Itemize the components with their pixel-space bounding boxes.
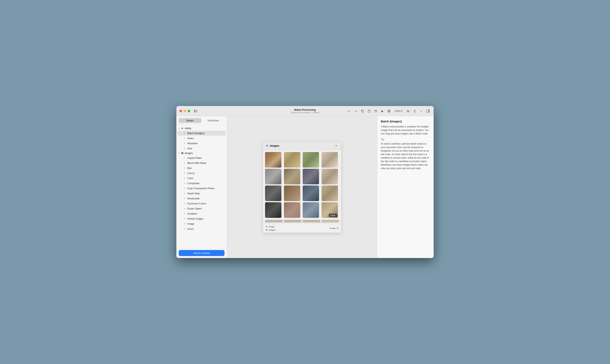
window-subtitle: Odyssey Document — Edited xyxy=(291,111,319,114)
toolbar-actions: ↩ ↪ ▶ 100% ▾ » xyxy=(347,108,430,114)
sidebar-item-aspect-ratio[interactable]: ✦ Aspect Ratio xyxy=(178,156,226,160)
tab-workflows[interactable]: Workflows xyxy=(202,118,225,123)
fullscreen-button[interactable] xyxy=(188,110,190,112)
svg-rect-0 xyxy=(194,110,195,112)
sidebar-content: ▾ ⚙ Utility ✦ Batch (Images) ✦ Notes ✦ R… xyxy=(176,125,227,248)
image-cell-6[interactable] xyxy=(284,169,300,184)
sidebar-item-label: Holistic Edges xyxy=(187,217,203,220)
node-icon: ✦ xyxy=(183,182,186,185)
node-icon: ✦ xyxy=(183,192,186,195)
node-icon: ✦ xyxy=(183,177,186,180)
image-cell-2[interactable] xyxy=(284,152,300,168)
image-cell-1[interactable] xyxy=(265,152,281,168)
image-cell-11[interactable] xyxy=(303,185,319,201)
sidebar-item-repeater[interactable]: ✦ Repeater xyxy=(178,141,226,146)
main-layout: Nodes Workflows ▾ ⚙ Utility ✦ Batch (Ima… xyxy=(176,116,434,258)
zoom-value: 100% xyxy=(395,110,401,112)
zoom-control[interactable]: 100% ▾ xyxy=(393,109,404,113)
svg-rect-3 xyxy=(196,112,198,112)
inspector-toggle-button[interactable] xyxy=(426,108,430,114)
sidebar-item-depth-map[interactable]: ✦ Depth Map xyxy=(178,191,226,196)
image-cell-15[interactable] xyxy=(303,202,319,218)
node-icon: ✦ xyxy=(183,132,186,135)
partial-cell-2 xyxy=(284,220,302,222)
sidebar-item-erase-object[interactable]: ✦ Erase Object xyxy=(178,206,226,211)
sidebar-item-dominant-colors[interactable]: ✦ Dominant Colors xyxy=(178,201,226,206)
frame-button[interactable] xyxy=(387,108,391,114)
image-cell-9[interactable] xyxy=(265,185,281,201)
port-dot-images xyxy=(266,229,267,231)
sidebar-item-label: Crop Transparent Pixels xyxy=(187,187,214,190)
sidebar-item-crop-transparent[interactable]: ✦ Crop Transparent Pixels xyxy=(178,186,226,191)
node-menu-button[interactable]: ▾ xyxy=(334,143,338,148)
partial-cell-4 xyxy=(322,220,339,222)
sidebar-item-label: Desaturate xyxy=(187,197,200,200)
image-grid: Clear xyxy=(263,150,341,220)
node-type-icon: ⚙ xyxy=(266,144,268,147)
image-cell-14[interactable] xyxy=(284,202,300,218)
image-cell-8[interactable] xyxy=(322,169,338,184)
section-utility[interactable]: ▾ ⚙ Utility xyxy=(176,126,227,130)
sidebar-item-batch-images[interactable]: ✦ Batch (Images) xyxy=(178,131,226,136)
sidebar-item-invert[interactable]: ✦ Invert xyxy=(178,226,226,231)
output-ports: Image Images xyxy=(266,225,276,231)
minimize-button[interactable] xyxy=(183,110,186,112)
play-button[interactable]: ▶ xyxy=(380,108,385,114)
sidebar-item-size[interactable]: ✦ Size xyxy=(178,146,226,151)
sidebar-item-gradient[interactable]: ✦ Gradient xyxy=(178,211,226,216)
copy-button[interactable] xyxy=(360,108,365,114)
export-button[interactable] xyxy=(412,108,417,114)
port-images: Images xyxy=(266,229,276,231)
inspector-description: A Batch node provides a container for mu… xyxy=(381,125,430,135)
partial-cell-3 xyxy=(303,220,320,222)
node-title-area: ⚙ Images xyxy=(266,144,279,147)
add-to-canvas-button[interactable]: Add to Canvas xyxy=(179,250,224,256)
sidebar-item-notes[interactable]: ✦ Notes xyxy=(178,136,226,141)
node-icon: ✦ xyxy=(183,187,186,190)
more-button[interactable]: » xyxy=(419,108,424,114)
image-cell-7[interactable] xyxy=(303,169,319,184)
sidebar-item-holistic-edges[interactable]: ✦ Holistic Edges xyxy=(178,216,226,221)
sidebar-item-color[interactable]: ✦ Color xyxy=(178,176,226,181)
port-dot-image xyxy=(266,226,267,227)
svg-rect-1 xyxy=(196,110,198,110)
paste-button[interactable] xyxy=(367,108,372,114)
sidebar-item-composite[interactable]: ✦ Composite xyxy=(178,181,226,186)
sidebar-item-canny[interactable]: ✦ Canny xyxy=(178,171,226,176)
titlebar: Batch Processing Odyssey Document — Edit… xyxy=(176,106,434,116)
svg-rect-7 xyxy=(389,110,389,112)
section-images[interactable]: ▾ 🖼 Images xyxy=(176,151,227,155)
image-cell-10[interactable] xyxy=(284,185,300,201)
image-cell-13[interactable] xyxy=(265,202,281,218)
close-button[interactable] xyxy=(180,110,182,112)
section-images-label: Images xyxy=(185,152,193,155)
node-icon: ✦ xyxy=(183,222,186,225)
delete-button[interactable] xyxy=(373,108,378,114)
sidebar: Nodes Workflows ▾ ⚙ Utility ✦ Batch (Ima… xyxy=(176,116,227,258)
port-image-label: Image xyxy=(269,225,275,228)
sidebar-toggle-button[interactable] xyxy=(193,108,198,114)
image-cell-5[interactable] xyxy=(265,169,281,184)
sidebar-item-image[interactable]: ✦ Image xyxy=(178,221,226,226)
clear-button[interactable]: Clear xyxy=(329,214,337,217)
sidebar-item-desaturate[interactable]: ✦ Desaturate xyxy=(178,196,226,201)
sidebar-tabs: Nodes Workflows xyxy=(176,116,227,125)
port-images-label: Images xyxy=(269,229,276,231)
sidebar-item-blend-with-mask[interactable]: ✦ Blend With Mask xyxy=(178,161,226,165)
canvas-area[interactable]: ⚙ Images ▾ xyxy=(227,116,377,258)
align-button[interactable] xyxy=(405,108,411,114)
inspector-panel: Batch (Images) A Batch node provides a c… xyxy=(377,116,434,258)
undo-button[interactable]: ↩ xyxy=(347,108,352,114)
sidebar-item-label: Composite xyxy=(187,182,199,185)
tab-nodes[interactable]: Nodes xyxy=(179,118,201,123)
image-cell-12[interactable] xyxy=(322,185,338,201)
image-cell-16[interactable]: Clear xyxy=(322,202,338,218)
redo-button[interactable]: ↪ xyxy=(353,108,358,114)
node-header: ⚙ Images ▾ xyxy=(263,142,341,150)
image-cell-3[interactable] xyxy=(303,152,319,168)
chevron-down-icon: ▾ xyxy=(179,152,180,154)
image-cell-4[interactable] xyxy=(322,152,338,168)
sidebar-item-label: Image xyxy=(187,222,194,225)
sidebar-item-blur[interactable]: ✦ Blur xyxy=(178,166,226,170)
sidebar-item-label: Canny xyxy=(187,172,195,175)
